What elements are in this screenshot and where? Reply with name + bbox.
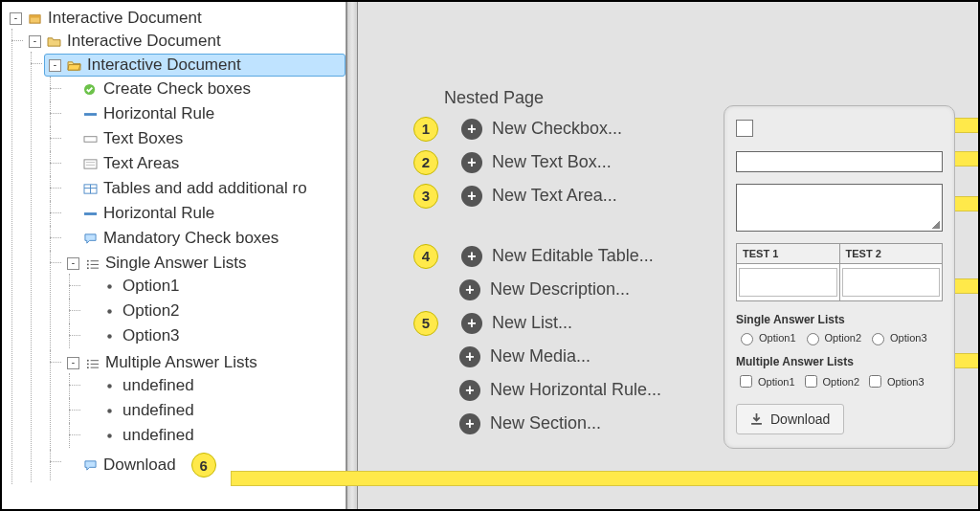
tree-node[interactable]: Text Areas: [63, 153, 345, 174]
tree-node[interactable]: Option2: [82, 300, 345, 322]
plus-icon: +: [459, 346, 480, 367]
step-badge: [413, 412, 436, 435]
tree-label: undefined: [122, 426, 194, 445]
tree-label: Interactive Document: [87, 56, 241, 75]
checkbox-input[interactable]: [805, 375, 817, 388]
tree-node[interactable]: undefined: [82, 425, 345, 446]
preview-textbox[interactable]: [736, 151, 943, 172]
tree-node[interactable]: -Single Answer Lists: [63, 253, 345, 274]
tree-label: Option2: [122, 301, 180, 321]
spacer: [67, 109, 78, 120]
splitter[interactable]: [346, 2, 358, 509]
action-label: New Editable Table...: [492, 246, 654, 266]
preview-table[interactable]: TEST 1 TEST 2: [736, 243, 943, 301]
tree-node[interactable]: Option3: [82, 325, 345, 346]
checkbox-input[interactable]: [869, 375, 881, 388]
expand-toggle[interactable]: -: [49, 59, 61, 72]
spacer: [67, 233, 78, 244]
spacer: [67, 184, 78, 194]
tree-node[interactable]: Horizontal Rule: [63, 103, 345, 124]
hr-icon: [83, 108, 98, 121]
tree-node[interactable]: undefined: [82, 375, 345, 396]
download-button[interactable]: Download: [736, 404, 844, 434]
action-label: New Text Box...: [492, 152, 612, 172]
tree-node[interactable]: Tables and add additional ro: [63, 178, 345, 199]
preview-textarea[interactable]: [736, 184, 943, 232]
svg-point-12: [87, 259, 89, 261]
expand-toggle[interactable]: -: [10, 12, 22, 25]
bullet-icon: [102, 430, 117, 442]
action-label: New Media...: [490, 346, 590, 367]
spacer: [86, 381, 97, 391]
tree-label: Horizontal Rule: [103, 104, 214, 123]
spacer: [86, 331, 97, 342]
multi-answer-options: Option1 Option2 Option3: [736, 372, 943, 390]
list-icon: [85, 357, 100, 369]
app-frame: - Interactive Document -: [0, 0, 980, 511]
download-label: Download: [770, 411, 830, 427]
step-badge: [413, 379, 436, 402]
tree-node[interactable]: undefined: [82, 400, 345, 421]
tree-node[interactable]: Create Check boxes: [63, 78, 345, 100]
radio-option[interactable]: Option1: [736, 330, 796, 345]
tree-node-root[interactable]: - Interactive Document: [6, 8, 345, 29]
tree-label: Text Boxes: [103, 129, 183, 148]
svg-rect-4: [84, 136, 97, 142]
tree-node[interactable]: Option1: [82, 276, 345, 297]
spacer: [86, 306, 97, 317]
checkbox-input[interactable]: [740, 375, 752, 388]
radio-input[interactable]: [741, 333, 753, 345]
action-label: New Checkbox...: [492, 119, 622, 139]
check-option[interactable]: Option3: [865, 372, 924, 390]
expand-toggle[interactable]: -: [67, 357, 79, 369]
radio-option[interactable]: Option2: [802, 330, 862, 345]
spacer: [67, 460, 78, 471]
check-option[interactable]: Option1: [736, 372, 795, 390]
spacer: [67, 134, 78, 144]
tree-label: Interactive Document: [48, 9, 202, 28]
svg-point-23: [87, 367, 89, 368]
tree-node[interactable]: -Multiple Answer Lists: [63, 352, 345, 373]
action-label: New Horizontal Rule...: [490, 380, 661, 400]
tree-node[interactable]: Text Boxes: [63, 128, 345, 149]
textbox-icon: [83, 133, 98, 145]
list-icon: [85, 257, 100, 270]
tree-label: Text Areas: [103, 154, 179, 173]
tree-node[interactable]: Mandatory Check boxes: [63, 228, 345, 249]
step-badge: 2: [413, 150, 438, 175]
expand-toggle[interactable]: -: [29, 35, 41, 48]
check-option[interactable]: Option2: [801, 372, 860, 390]
tree-label: Interactive Document: [67, 32, 221, 51]
tree-label: undefined: [122, 376, 194, 395]
download-icon: [750, 413, 763, 426]
tree-label: Option3: [122, 326, 180, 345]
tree-label: Horizontal Rule: [103, 204, 214, 223]
plus-icon: +: [461, 119, 482, 140]
plus-icon: +: [459, 413, 480, 434]
spacer: [86, 406, 97, 416]
plus-icon: +: [461, 246, 482, 267]
svg-point-28: [107, 409, 111, 412]
tree-node[interactable]: Horizontal Rule: [63, 203, 345, 224]
preview-checkbox[interactable]: [736, 120, 753, 137]
tree-label: Option1: [122, 277, 180, 296]
tree-node-doc[interactable]: - Interactive Document: [25, 31, 345, 52]
hr-icon: [83, 208, 98, 220]
tree-node-selected[interactable]: - Interactive Document: [44, 54, 345, 77]
radio-input[interactable]: [807, 333, 819, 345]
plus-icon: +: [461, 313, 482, 334]
action-label: New Description...: [490, 279, 630, 300]
tree-label: undefined: [122, 401, 194, 420]
svg-point-21: [87, 359, 89, 361]
step-badge: 1: [413, 117, 438, 142]
bullet-icon: [102, 305, 117, 318]
bullet-icon: [102, 280, 117, 293]
expand-toggle[interactable]: -: [67, 257, 79, 270]
svg-rect-5: [84, 159, 97, 167]
tree-label: Tables and add additional ro: [103, 179, 307, 198]
svg-point-22: [87, 363, 89, 365]
radio-option[interactable]: Option3: [867, 330, 927, 345]
radio-input[interactable]: [872, 333, 884, 345]
plus-icon: +: [459, 380, 480, 401]
action-label: New Text Area...: [492, 186, 617, 206]
